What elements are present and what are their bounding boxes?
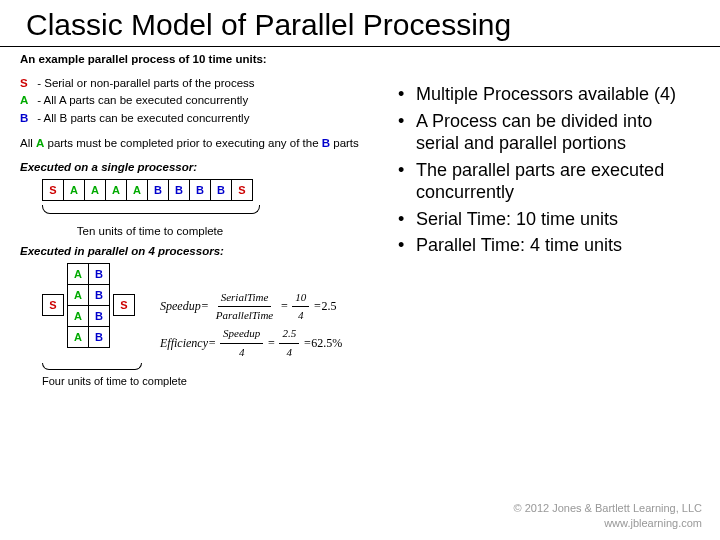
legend-row: B - All B parts can be executed concurre… [20, 110, 390, 127]
single-processor-row: S A A A A B B B B S [42, 179, 390, 201]
legend-row: A - All A parts can be executed concurre… [20, 92, 390, 109]
bullet-text: Multiple Processors available (4) [416, 83, 690, 106]
bullet-text: The parallel parts are executed concurre… [416, 159, 690, 204]
cell-a: A [63, 179, 85, 201]
completion-note: All A parts must be completed prior to e… [20, 135, 390, 151]
equations: Speedup = SerialTimeParallelTime = 104 =… [160, 289, 390, 361]
copyright: © 2012 Jones & Bartlett Learning, LLC ww… [514, 501, 703, 530]
cell-a: A [105, 179, 127, 201]
denominator: 4 [236, 344, 248, 362]
cell-a: A [126, 179, 148, 201]
fraction: 2.54 [279, 325, 299, 361]
fraction: SerialTimeParallelTime [213, 289, 276, 325]
cell-a: A [67, 263, 89, 285]
speedup-label: Speedup [160, 297, 201, 316]
left-diagram: An example parallel process of 10 time u… [20, 53, 390, 387]
legend-key-b: B [20, 110, 34, 127]
fraction: 104 [292, 289, 309, 325]
bullet-icon: • [398, 208, 416, 231]
equals: = [303, 334, 311, 353]
equals: = [267, 334, 275, 353]
list-item: •Parallel Time: 4 time units [398, 234, 690, 257]
cell-b: B [168, 179, 190, 201]
efficiency-equation: Efficiency = Speedup4 = 2.54 = 62.5% [160, 325, 390, 361]
bullet-list: •Multiple Processors available (4) •A Pr… [398, 83, 690, 257]
parallel-row: AB [67, 263, 109, 284]
section-single-label: Executed on a single processor: [20, 161, 390, 173]
bullet-text: A Process can be divided into serial and… [416, 110, 690, 155]
cell-a: A [67, 326, 89, 348]
note-text: All [20, 137, 36, 149]
cell-a: A [84, 179, 106, 201]
single-caption: Ten units of time to complete [20, 225, 280, 237]
copyright-line: © 2012 Jones & Bartlett Learning, LLC [514, 501, 703, 515]
bullet-icon: • [398, 159, 416, 204]
cell-b: B [210, 179, 232, 201]
cell-a: A [67, 305, 89, 327]
cell-b: B [88, 305, 110, 327]
equals: = [201, 297, 209, 316]
right-bullets: •Multiple Processors available (4) •A Pr… [390, 53, 700, 387]
slide-content: An example parallel process of 10 time u… [0, 53, 720, 387]
bullet-icon: • [398, 234, 416, 257]
parallel-caption: Four units of time to complete [42, 375, 390, 387]
list-item: •Serial Time: 10 time units [398, 208, 690, 231]
denominator: 4 [284, 344, 296, 362]
numerator: Speedup [220, 325, 263, 344]
parallel-row: AB [67, 284, 109, 305]
cell-b: B [147, 179, 169, 201]
parallel-row: AB [67, 326, 109, 347]
speedup-value: 2.5 [321, 297, 336, 316]
cell-s: S [42, 179, 64, 201]
numerator: 2.5 [279, 325, 299, 344]
example-title: An example parallel process of 10 time u… [20, 53, 390, 65]
bullet-text: Parallel Time: 4 time units [416, 234, 690, 257]
cell-b: B [88, 284, 110, 306]
cell-b: B [88, 326, 110, 348]
cell-s: S [231, 179, 253, 201]
slide-title: Classic Model of Parallel Processing [0, 0, 720, 47]
list-item: •A Process can be divided into serial an… [398, 110, 690, 155]
denominator: ParallelTime [213, 307, 276, 325]
cell-a: A [67, 284, 89, 306]
cell-s: S [42, 294, 64, 316]
legend: S - Serial or non-parallel parts of the … [20, 75, 390, 127]
bullet-icon: • [398, 83, 416, 106]
parallel-row: AB [67, 305, 109, 326]
numerator: SerialTime [218, 289, 272, 308]
note-text: parts [330, 137, 359, 149]
brace-icon [42, 361, 142, 375]
speedup-equation: Speedup = SerialTimeParallelTime = 104 =… [160, 289, 390, 325]
cell-b: B [88, 263, 110, 285]
equals: = [208, 334, 216, 353]
legend-key-s: S [20, 75, 34, 92]
section-parallel-label: Executed in parallel on 4 processors: [20, 245, 390, 257]
cell-b: B [189, 179, 211, 201]
denominator: 4 [295, 307, 307, 325]
list-item: •The parallel parts are executed concurr… [398, 159, 690, 204]
bullet-text: Serial Time: 10 time units [416, 208, 690, 231]
list-item: •Multiple Processors available (4) [398, 83, 690, 106]
legend-row: S - Serial or non-parallel parts of the … [20, 75, 390, 92]
numerator: 10 [292, 289, 309, 308]
brace-icon [42, 203, 260, 221]
bullet-icon: • [398, 110, 416, 155]
legend-key-a: A [20, 92, 34, 109]
cell-s: S [113, 294, 135, 316]
note-text: parts must be completed prior to executi… [44, 137, 321, 149]
efficiency-value: 62.5% [311, 334, 342, 353]
copyright-url: www.jblearning.com [514, 516, 703, 530]
fraction: Speedup4 [220, 325, 263, 361]
legend-text: - All B parts can be executed concurrent… [37, 112, 249, 124]
parallel-stack: AB AB AB AB [67, 263, 109, 347]
note-b: B [322, 137, 330, 149]
efficiency-label: Efficiency [160, 334, 208, 353]
equals: = [313, 297, 321, 316]
equals: = [280, 297, 288, 316]
legend-text: - Serial or non-parallel parts of the pr… [37, 77, 254, 89]
legend-text: - All A parts can be executed concurrent… [37, 94, 248, 106]
